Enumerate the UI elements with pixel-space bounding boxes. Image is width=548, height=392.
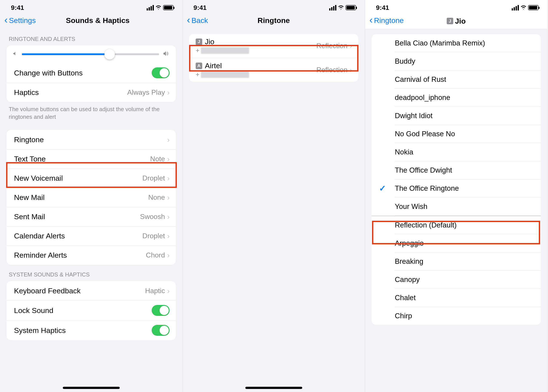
keyboard-feedback-row[interactable]: Keyboard Feedback Haptic ›	[7, 281, 176, 300]
chevron-left-icon: ‹	[187, 17, 190, 23]
ringtone-name: Reflection (Default)	[395, 221, 456, 229]
status-bar: 9:41	[0, 0, 182, 14]
ringtone-option[interactable]: Nokia	[395, 143, 541, 161]
ringtone-name: Chirp	[395, 312, 412, 320]
sound-row-reminder-alerts[interactable]: Reminder AlertsChord›	[7, 245, 176, 265]
ringtone-option[interactable]: Breaking	[395, 252, 541, 271]
wifi-icon	[520, 4, 527, 11]
chevron-left-icon: ‹	[370, 17, 373, 23]
sound-row-new-voicemail[interactable]: New VoicemailDroplet›	[7, 168, 176, 188]
ringtone-option[interactable]: Your Wish	[395, 197, 541, 216]
battery-icon	[163, 5, 174, 10]
volume-slider[interactable]	[22, 53, 159, 55]
ringtone-option[interactable]: ✓The Office Ringtone	[395, 179, 541, 197]
ringtone-option[interactable]: deadpool_iphone	[395, 89, 541, 107]
chevron-right-icon: ›	[167, 232, 170, 240]
volume-low-icon	[13, 51, 18, 58]
lock-sound-row[interactable]: Lock Sound	[7, 300, 176, 320]
sim-row-airtel[interactable]: AAirtel+Reflection›	[189, 58, 358, 82]
status-time: 9:41	[193, 4, 206, 11]
back-button[interactable]: ‹ Ringtone	[370, 16, 404, 25]
toggle-on[interactable]	[152, 325, 170, 336]
ringtone-name: Canopy	[395, 275, 420, 284]
ringtone-option[interactable]: Canopy	[395, 271, 541, 289]
row-label: System Haptics	[14, 326, 152, 335]
sim-row-jio[interactable]: JJio+Reflection›	[189, 34, 358, 58]
row-label: Haptics	[14, 88, 127, 97]
row-value: Swoosh	[140, 213, 165, 221]
ringtone-name: Buddy	[395, 57, 415, 65]
ringtone-option[interactable]: The Office Dwight	[395, 161, 541, 179]
home-indicator	[63, 387, 120, 389]
ringtone-name: Breaking	[395, 257, 423, 266]
volume-slider-row	[7, 45, 176, 63]
row-label: Sent Mail	[14, 212, 140, 221]
ringtone-name: Arpeggio	[395, 239, 424, 247]
change-with-buttons-row[interactable]: Change with Buttons	[7, 63, 176, 83]
checkmark-icon: ✓	[379, 183, 386, 193]
chevron-right-icon: ›	[167, 135, 170, 144]
cellular-icon	[512, 5, 519, 11]
row-label: Keyboard Feedback	[14, 287, 145, 295]
toggle-on[interactable]	[152, 67, 170, 78]
system-haptics-row[interactable]: System Haptics	[7, 320, 176, 340]
chevron-right-icon: ›	[167, 212, 170, 221]
back-button[interactable]: ‹ Back	[187, 16, 208, 25]
ringtone-name: Dwight Idiot	[395, 112, 433, 120]
row-value: Droplet	[142, 174, 165, 182]
row-label: Ringtone	[14, 135, 167, 144]
screen-ringtone-sims: 9:41 ‹ Back Ringtone JJio+Reflection›AAi…	[183, 0, 365, 392]
ringtone-option[interactable]: Carnival of Rust	[395, 70, 541, 89]
ringtone-option[interactable]: No God Please No	[395, 125, 541, 143]
ringtone-option[interactable]: Dwight Idiot	[395, 107, 541, 125]
row-value: Reflection	[316, 66, 347, 74]
status-bar: 9:41	[365, 0, 547, 14]
battery-icon	[346, 5, 356, 10]
haptics-row[interactable]: Haptics Always Play ›	[7, 83, 176, 102]
row-label: Change with Buttons	[14, 69, 152, 77]
row-label: Calendar Alerts	[14, 232, 142, 240]
toggle-on[interactable]	[152, 305, 170, 316]
ringtone-name: Nokia	[395, 148, 413, 156]
ringtone-option[interactable]: Reflection (Default)	[395, 216, 541, 234]
cellular-icon	[329, 5, 336, 11]
ringtone-list: Bella Ciao (Marimba Remix)BuddyCarnival …	[372, 34, 541, 325]
home-indicator	[245, 387, 302, 389]
sim-badge: A	[196, 63, 202, 69]
ringtone-option[interactable]: Bella Ciao (Marimba Remix)	[395, 34, 541, 52]
back-label: Settings	[9, 16, 36, 25]
back-button[interactable]: ‹ Settings	[4, 16, 36, 25]
row-label: Lock Sound	[14, 306, 152, 315]
wifi-icon	[155, 4, 162, 11]
chevron-right-icon: ›	[167, 155, 170, 163]
sound-row-new-mail[interactable]: New MailNone›	[7, 188, 176, 207]
sim-group: JJio+Reflection›AAirtel+Reflection›	[189, 34, 358, 82]
ringtone-option[interactable]: Buddy	[395, 52, 541, 70]
cellular-icon	[147, 5, 154, 11]
screen-sounds-haptics: 9:41 ‹ Settings Sounds & Haptics RINGTON…	[0, 0, 183, 392]
back-label: Ringtone	[374, 16, 404, 25]
back-label: Back	[192, 16, 208, 25]
sound-row-sent-mail[interactable]: Sent MailSwoosh›	[7, 207, 176, 226]
ringtone-option[interactable]: Chirp	[395, 307, 541, 325]
ringtone-name: deadpool_iphone	[395, 93, 450, 102]
sound-row-calendar-alerts[interactable]: Calendar AlertsDroplet›	[7, 226, 176, 245]
status-bar: 9:41	[183, 0, 365, 14]
ringtone-option[interactable]: Chalet	[395, 289, 541, 307]
sim-badge: J	[196, 39, 202, 45]
section-footer: The volume buttons can be used to adjust…	[0, 102, 182, 121]
ringtone-option[interactable]: Arpeggio	[395, 234, 541, 252]
ringtone-name: Carnival of Rust	[395, 75, 446, 84]
sounds-group: Ringtone›Text ToneNote›New VoicemailDrop…	[7, 130, 176, 265]
nav-bar: ‹ Settings Sounds & Haptics	[0, 14, 182, 29]
ringtone-name: No God Please No	[395, 130, 455, 138]
sound-row-ringtone[interactable]: Ringtone›	[7, 130, 176, 149]
ringtone-name: Bella Ciao (Marimba Remix)	[395, 39, 485, 47]
chevron-right-icon: ›	[167, 287, 170, 295]
row-value: None	[148, 193, 165, 202]
status-time: 9:41	[11, 4, 24, 11]
redacted-number	[201, 47, 249, 54]
ringtone-name: The Office Dwight	[395, 166, 452, 174]
sound-row-text-tone[interactable]: Text ToneNote›	[7, 149, 176, 168]
status-time: 9:41	[376, 4, 389, 11]
